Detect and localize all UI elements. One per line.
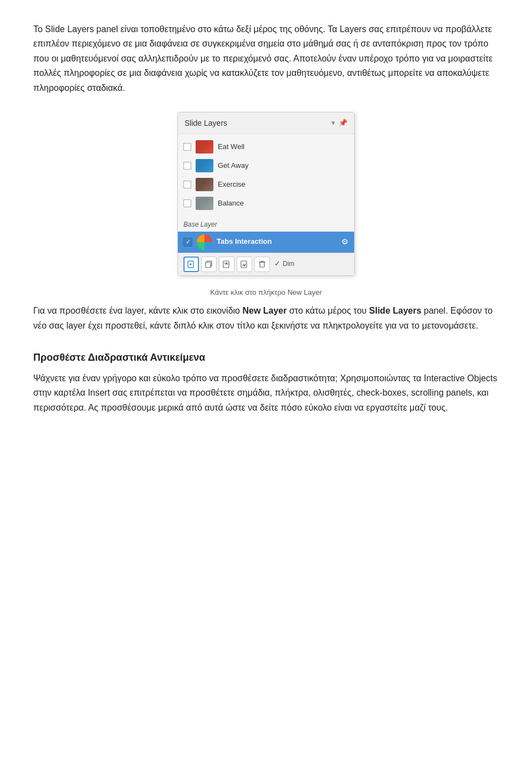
layer-name-exercise: Exercise bbox=[218, 179, 245, 191]
layer-checkbox-balance[interactable] bbox=[183, 199, 191, 207]
svg-rect-9 bbox=[260, 262, 264, 267]
panel-header: Slide Layers ▾ 📌 bbox=[178, 112, 354, 134]
duplicate-layer-button[interactable] bbox=[201, 257, 217, 272]
dim-text: Dim bbox=[283, 259, 294, 269]
base-layer-thumb bbox=[197, 234, 212, 250]
new-layer-bold: New Layer bbox=[242, 306, 287, 315]
layer-thumb-exercise bbox=[196, 178, 213, 191]
dim-label: ✓ Dim bbox=[274, 258, 294, 270]
add-layer-paragraph: Για να προσθέσετε ένα layer, κάντε κλικ … bbox=[33, 304, 499, 333]
delete-layer-button[interactable] bbox=[254, 257, 270, 272]
pin-icon[interactable]: 📌 bbox=[339, 117, 347, 129]
move-up-button[interactable] bbox=[219, 257, 234, 272]
base-layer-checkbox[interactable]: ✓ bbox=[183, 238, 192, 247]
layer-checkbox-get-away[interactable] bbox=[183, 162, 191, 170]
layer-checkbox-eat-well[interactable] bbox=[183, 143, 191, 151]
base-layer-name: Tabs Interaction bbox=[217, 236, 337, 248]
layer-item-get-away[interactable]: Get Away bbox=[178, 156, 354, 175]
move-down-button[interactable] bbox=[237, 257, 252, 272]
panel-caption: Κάντε κλικ στο πλήκτρο New Layer bbox=[33, 287, 499, 299]
slide-layers-bold: Slide Layers bbox=[369, 306, 421, 315]
gear-icon[interactable]: ⚙ bbox=[341, 236, 349, 248]
layer-checkbox-exercise[interactable] bbox=[183, 181, 191, 188]
layer-name-eat-well: Eat Well bbox=[218, 141, 244, 153]
panel-header-icons: ▾ 📌 bbox=[331, 117, 347, 129]
panel-toolbar: ✓ Dim bbox=[178, 253, 354, 275]
base-layer-label: Base Layer bbox=[178, 216, 354, 231]
section-heading: Προσθέστε Διαδραστικά Αντικείμενα bbox=[33, 350, 499, 366]
dim-check-icon: ✓ bbox=[274, 258, 280, 270]
layer-name-get-away: Get Away bbox=[218, 160, 248, 172]
layer-name-balance: Balance bbox=[218, 198, 244, 209]
layer-thumb-get-away bbox=[196, 159, 213, 172]
new-layer-button[interactable] bbox=[183, 257, 199, 272]
layer-item-exercise[interactable]: Exercise bbox=[178, 175, 354, 194]
layer-thumb-balance bbox=[196, 197, 213, 210]
base-layer-item[interactable]: ✓ Tabs Interaction ⚙ bbox=[178, 232, 354, 253]
layer-item-balance[interactable]: Balance bbox=[178, 194, 354, 213]
layer-list: Eat Well Get Away Exercise Balance bbox=[178, 134, 354, 216]
panel-title: Slide Layers bbox=[185, 117, 227, 129]
layer-item-eat-well[interactable]: Eat Well bbox=[178, 137, 354, 156]
intro-paragraph: Το Slide Layers panel είναι τοποθετημένο… bbox=[33, 22, 499, 95]
layer-thumb-eat-well bbox=[196, 140, 213, 153]
dropdown-icon[interactable]: ▾ bbox=[331, 117, 335, 129]
svg-rect-4 bbox=[206, 262, 211, 268]
slide-layers-panel: Slide Layers ▾ 📌 Eat Well Get Away Ex bbox=[177, 112, 355, 276]
panel-container: Slide Layers ▾ 📌 Eat Well Get Away Ex bbox=[33, 112, 499, 276]
interactive-objects-paragraph: Ψάχνετε για έναν γρήγορο και εύκολο τρόπ… bbox=[33, 371, 499, 415]
